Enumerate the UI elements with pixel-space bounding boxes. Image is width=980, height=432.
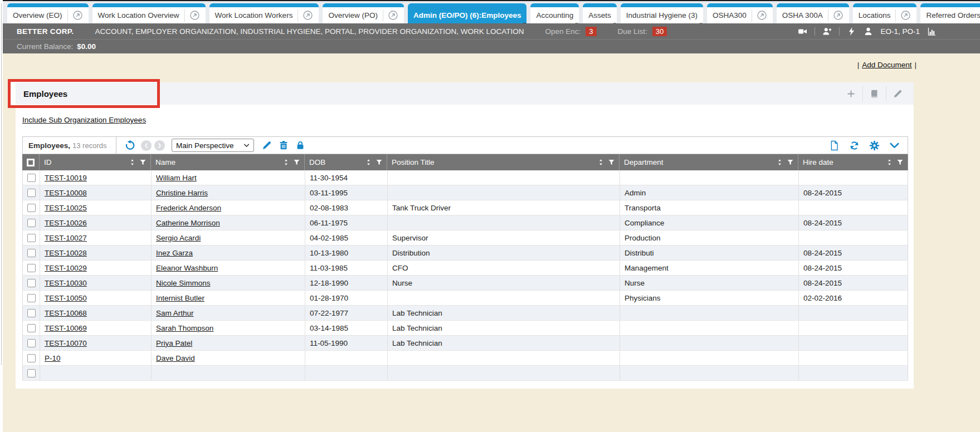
filter-funnel-icon[interactable] xyxy=(787,159,794,166)
link-id[interactable]: TEST-10026 xyxy=(45,219,87,227)
expand-chevron-icon[interactable] xyxy=(889,140,900,151)
tab-locations[interactable]: Locations xyxy=(853,3,917,23)
link-name[interactable]: Eleanor Washburn xyxy=(156,264,218,272)
row-checkbox[interactable] xyxy=(27,249,36,257)
delete-perspective-icon[interactable] xyxy=(279,140,289,150)
row-checkbox[interactable] xyxy=(27,204,36,212)
link-id[interactable]: TEST-10028 xyxy=(45,249,87,257)
open-in-new-window-icon[interactable] xyxy=(72,10,83,21)
table-row[interactable]: TEST-10008Christine Harris03-11-1995Admi… xyxy=(22,185,908,200)
table-row[interactable]: TEST-10028Inez Garza10-13-1980Distributi… xyxy=(22,246,908,261)
link-id[interactable]: TEST-10070 xyxy=(45,339,87,347)
column-header-department[interactable]: Department xyxy=(620,154,798,170)
tab-assets[interactable]: Assets xyxy=(583,3,617,23)
row-checkbox[interactable] xyxy=(27,279,36,287)
lock-perspective-icon[interactable] xyxy=(295,140,305,150)
table-row-empty[interactable] xyxy=(22,366,908,381)
add-person-icon[interactable] xyxy=(822,27,832,36)
link-name[interactable]: William Hart xyxy=(156,174,197,182)
link-id[interactable]: TEST-10008 xyxy=(45,189,87,197)
link-name[interactable]: Inez Garza xyxy=(156,249,193,257)
table-row[interactable]: TEST-10029Eleanor Washburn11-03-1985CFOM… xyxy=(22,261,908,276)
table-row[interactable]: TEST-10070Priya Patel11-05-1990Lab Techn… xyxy=(22,336,908,351)
sort-icon[interactable] xyxy=(282,159,290,166)
nav-forward-button[interactable] xyxy=(154,140,165,151)
open-in-new-window-icon[interactable] xyxy=(900,10,911,21)
undo-icon[interactable] xyxy=(124,140,135,151)
link-name[interactable]: Sam Arthur xyxy=(156,309,194,317)
new-record-icon[interactable] xyxy=(829,140,840,151)
filter-funnel-icon[interactable] xyxy=(608,159,615,166)
table-row[interactable]: TEST-10025Frederick Anderson02-08-1983Ta… xyxy=(22,200,908,215)
column-header-position-title[interactable]: Position Title xyxy=(387,154,620,170)
filter-funnel-icon[interactable] xyxy=(293,159,300,166)
sort-icon[interactable] xyxy=(365,159,372,166)
row-checkbox[interactable] xyxy=(27,264,36,272)
open-in-new-window-icon[interactable] xyxy=(189,10,200,21)
row-checkbox[interactable] xyxy=(27,234,36,242)
refresh-icon[interactable] xyxy=(849,140,860,151)
include-sub-org-link[interactable]: Include Sub Organization Employees xyxy=(22,116,146,124)
bar-chart-icon[interactable] xyxy=(927,27,937,36)
add-document-link[interactable]: Add Document xyxy=(862,61,911,69)
link-id[interactable]: TEST-10069 xyxy=(45,324,87,332)
edit-panel-icon[interactable] xyxy=(886,89,909,99)
link-id[interactable]: P-10 xyxy=(45,354,61,362)
row-checkbox[interactable] xyxy=(27,369,36,377)
table-row[interactable]: TEST-10027Sergio Acardi04-02-1985Supervi… xyxy=(22,230,908,246)
link-name[interactable]: Christine Harris xyxy=(156,189,208,197)
row-checkbox[interactable] xyxy=(27,339,36,347)
tab-admin-eo-po-6-employees[interactable]: Admin (EO/PO) (6):Employees xyxy=(408,3,527,23)
column-header-id[interactable]: ID xyxy=(40,154,151,170)
link-name[interactable]: Dave David xyxy=(156,354,195,362)
link-id[interactable]: TEST-10068 xyxy=(45,309,87,317)
row-checkbox[interactable] xyxy=(27,354,36,362)
table-row[interactable]: P-10Dave David xyxy=(22,351,908,366)
link-name[interactable]: Catherine Morrison xyxy=(156,219,220,227)
table-row[interactable]: TEST-10050Internist Butler01-28-1970Phys… xyxy=(22,291,908,306)
open-in-new-window-icon[interactable] xyxy=(833,10,844,21)
settings-gear-icon[interactable] xyxy=(869,140,880,151)
tab-osha-300a[interactable]: OSHA 300A xyxy=(777,3,849,23)
table-row[interactable]: TEST-10030Nicole Simmons12-18-1990NurseN… xyxy=(22,276,908,291)
tab-overview-eo[interactable]: Overview (EO) xyxy=(7,3,89,23)
row-checkbox[interactable] xyxy=(27,189,36,197)
link-name[interactable]: Internist Butler xyxy=(156,294,204,302)
link-name[interactable]: Frederick Anderson xyxy=(156,204,221,212)
video-camera-icon[interactable] xyxy=(798,27,807,36)
tab-referred-orders[interactable]: Referred Orders xyxy=(920,3,980,23)
open-in-new-window-icon[interactable] xyxy=(303,10,313,21)
link-name[interactable]: Priya Patel xyxy=(156,339,192,347)
link-id[interactable]: TEST-10029 xyxy=(45,264,87,272)
table-row[interactable]: TEST-10026Catherine Morrison06-11-1975Co… xyxy=(22,215,908,230)
link-name[interactable]: Sarah Thompson xyxy=(156,324,213,332)
table-row[interactable]: TEST-10068Sam Arthur07-22-1977Lab Techni… xyxy=(22,306,908,321)
org-menu-links[interactable]: ACCOUNT, EMPLOYER ORGANIZATION, INDUSTRI… xyxy=(95,27,524,36)
table-row[interactable]: TEST-10069Sarah Thompson03-14-1985Lab Te… xyxy=(22,321,908,336)
sort-icon[interactable] xyxy=(129,159,136,166)
open-in-new-window-icon[interactable] xyxy=(388,10,398,21)
user-context-label[interactable]: EO-1, PO-1 xyxy=(880,27,920,36)
link-id[interactable]: TEST-10030 xyxy=(45,279,87,287)
filter-funnel-icon[interactable] xyxy=(376,159,383,166)
link-name[interactable]: Sergio Acardi xyxy=(156,234,201,242)
link-id[interactable]: TEST-10025 xyxy=(45,204,87,212)
column-header-hire-date[interactable]: Hire date xyxy=(798,154,908,170)
link-name[interactable]: Nicole Simmons xyxy=(156,279,211,287)
company-name[interactable]: BETTER CORP. xyxy=(17,27,74,36)
catalog-book-icon[interactable] xyxy=(863,89,886,99)
due-list-badge[interactable]: 30 xyxy=(652,27,667,36)
add-employee-icon[interactable] xyxy=(840,89,862,99)
tab-industrial-hygiene-3[interactable]: Industrial Hygiene (3) xyxy=(621,3,703,23)
link-id[interactable]: TEST-10019 xyxy=(45,174,87,182)
row-checkbox[interactable] xyxy=(27,174,36,182)
open-enc-badge[interactable]: 3 xyxy=(586,27,596,36)
filter-funnel-icon[interactable] xyxy=(896,159,904,166)
sort-icon[interactable] xyxy=(776,159,783,166)
table-row[interactable]: TEST-10019William Hart11-30-1954 xyxy=(22,170,908,185)
tab-overview-po[interactable]: Overview (PO) xyxy=(323,3,404,23)
row-checkbox[interactable] xyxy=(27,324,36,332)
sort-icon[interactable] xyxy=(886,159,893,166)
column-header-dob[interactable]: DOB xyxy=(305,154,387,170)
column-header-name[interactable]: Name xyxy=(151,154,305,170)
